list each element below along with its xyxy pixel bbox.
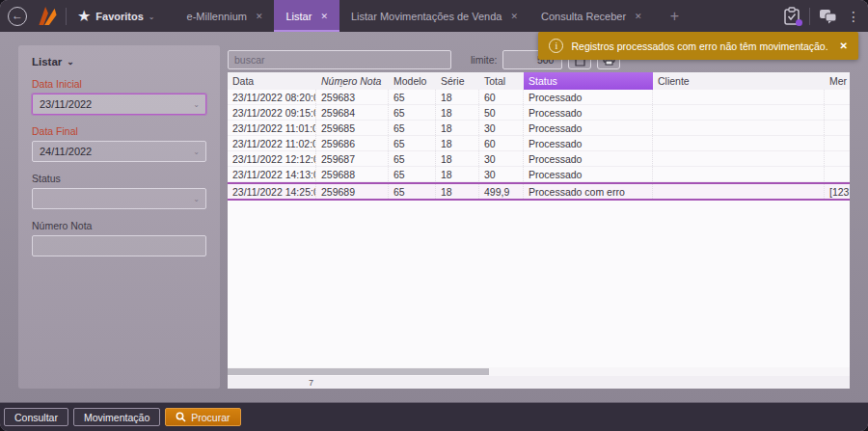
overflow-menu-button[interactable]: ⋮ — [847, 10, 860, 23]
cell-status: Processado — [524, 105, 653, 120]
data-inicial-label: Data Inicial — [32, 78, 206, 90]
column-header-numero-nota[interactable]: Número Notaˆ — [316, 72, 389, 90]
cell-data: 23/11/2022 09:15:00 — [228, 105, 316, 120]
cell-data: 23/11/2022 11:02:00 — [228, 136, 316, 150]
column-header-serie[interactable]: Série — [436, 72, 479, 90]
cell-modelo: 65 — [389, 167, 436, 181]
back-button[interactable]: ← — [8, 7, 27, 26]
data-inicial-value: 23/11/2022 — [40, 98, 92, 110]
table-row[interactable]: 23/11/2022 14:25:002596896518499,9Proces… — [228, 182, 850, 201]
filter-panel-title-label: Listar — [32, 56, 62, 67]
numero-nota-field[interactable] — [32, 235, 206, 256]
column-header-total[interactable]: Total — [479, 72, 524, 90]
cell-modelo: 65 — [389, 151, 436, 166]
cell-status: Processado — [524, 136, 653, 150]
tasks-clipboard-button[interactable] — [783, 7, 800, 25]
record-count: 7 — [309, 378, 313, 388]
column-header-data[interactable]: Data — [228, 72, 316, 90]
record-count-bar: 7 — [228, 376, 850, 389]
cell-modelo: 65 — [389, 184, 436, 199]
column-header-modelo[interactable]: Modelo — [389, 72, 436, 90]
chevron-down-icon: ⌄ — [193, 100, 200, 109]
grid-empty-space — [228, 201, 850, 367]
data-inicial-field[interactable]: 23/11/2022⌄ — [32, 94, 206, 115]
data-final-value: 24/11/2022 — [40, 146, 92, 157]
cell-serie: 18 — [436, 151, 479, 166]
scrollbar-thumb[interactable] — [228, 368, 489, 375]
cell-numero: 259683 — [316, 90, 389, 104]
tab-e-millennium[interactable]: e-Millennium✕ — [176, 0, 275, 32]
tab-strip: e-Millennium✕Listar✕Listar Movimentações… — [176, 0, 654, 32]
cell-serie: 18 — [436, 184, 479, 199]
filter-panel-title[interactable]: Listar ⌄ — [32, 56, 206, 67]
cell-modelo: 65 — [389, 136, 436, 150]
divider — [809, 8, 810, 25]
toast-close-icon[interactable]: ✕ — [840, 40, 848, 51]
cell-total: 50 — [479, 105, 524, 120]
chevron-down-icon: ⌄ — [67, 57, 74, 67]
cell-cliente — [653, 184, 825, 199]
cell-total: 30 — [479, 151, 524, 166]
status-field[interactable]: ⌄ — [32, 188, 206, 209]
cell-status: Processado — [524, 121, 653, 135]
search-input[interactable] — [228, 50, 451, 69]
column-header-label: Status — [529, 75, 557, 87]
tab-close-icon[interactable]: ✕ — [510, 12, 518, 21]
tab-close-icon[interactable]: ✕ — [320, 12, 328, 21]
notification-badge — [796, 19, 802, 26]
chevron-down-icon: ⌄ — [193, 148, 200, 156]
horizontal-scrollbar[interactable] — [228, 367, 850, 376]
cell-data: 23/11/2022 11:01:00 — [228, 121, 316, 135]
cell-cliente — [653, 90, 825, 104]
tab-consulta-receber[interactable]: Consulta Receber✕ — [529, 0, 654, 32]
consultar-button[interactable]: Consultar — [4, 408, 68, 426]
divider — [66, 8, 67, 25]
data-final-field[interactable]: 24/11/2022⌄ — [32, 141, 206, 162]
column-header-label: Total — [484, 75, 505, 87]
cell-mer — [825, 136, 850, 150]
topbar-actions: ⋮ — [783, 7, 860, 25]
column-header-label: Cliente — [658, 75, 690, 87]
add-tab-button[interactable]: + — [661, 8, 689, 25]
movimentacao-label: Movimentação — [84, 412, 149, 423]
movimentacao-button[interactable]: Movimentação — [73, 408, 160, 426]
tab-close-icon[interactable]: ✕ — [256, 12, 263, 21]
table-row[interactable]: 23/11/2022 14:13:00259688651830Processad… — [228, 167, 850, 182]
cell-status: Processado — [524, 167, 653, 181]
data-final-label: Data Final — [32, 125, 206, 137]
sort-ascending-icon: ˆ — [339, 84, 342, 90]
cell-data: 23/11/2022 08:20:00 — [228, 90, 316, 104]
table-row[interactable]: 23/11/2022 11:01:00259685651830Processad… — [228, 121, 850, 136]
table-row[interactable]: 23/11/2022 09:15:00259684651850Processad… — [228, 105, 850, 121]
chevron-down-icon: ⌄ — [149, 13, 155, 21]
cell-cliente — [653, 151, 825, 166]
cell-numero: 259689 — [316, 184, 389, 199]
cell-modelo: 65 — [389, 90, 436, 104]
cell-serie: 18 — [436, 167, 479, 181]
procurar-button[interactable]: Procurar — [165, 408, 240, 426]
cell-numero: 259688 — [316, 167, 389, 181]
cell-numero: 259685 — [316, 121, 389, 135]
cell-modelo: 65 — [389, 105, 436, 120]
chat-button[interactable] — [819, 9, 838, 24]
tab-listar-movimentacoes-de-venda[interactable]: Listar Movimentações de Venda✕ — [339, 0, 529, 32]
cell-total: 499,9 — [479, 184, 524, 199]
tab-close-icon[interactable]: ✕ — [635, 12, 642, 21]
filter-fields: Data Inicial23/11/2022⌄Data Final24/11/2… — [32, 78, 206, 256]
column-header-cliente[interactable]: Cliente — [653, 72, 825, 90]
cell-mer — [825, 105, 850, 120]
consultar-label: Consultar — [14, 412, 58, 423]
chevron-down-icon: ⌄ — [193, 195, 200, 203]
column-header-mer[interactable]: Mer — [825, 72, 850, 90]
favorites-menu[interactable]: ★ Favoritos ⌄ — [77, 7, 155, 25]
table-row[interactable]: 23/11/2022 12:12:00259687651830Processad… — [228, 151, 850, 167]
search-icon — [176, 412, 186, 422]
cell-serie: 18 — [436, 121, 479, 135]
column-header-status[interactable]: Status — [524, 72, 653, 90]
table-row[interactable]: 23/11/2022 08:20:00259683651860Processad… — [228, 90, 850, 105]
tab-listar[interactable]: Listar✕ — [274, 0, 339, 32]
info-icon: i — [549, 39, 563, 53]
cell-cliente — [653, 136, 825, 150]
table-row[interactable]: 23/11/2022 11:02:00259686651860Processad… — [228, 136, 850, 151]
cell-mer — [825, 121, 850, 135]
